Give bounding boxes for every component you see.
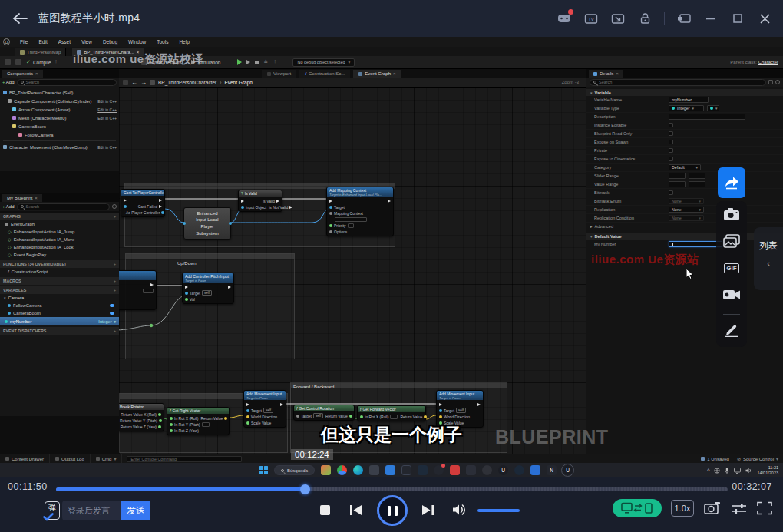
frame-skip-button[interactable] bbox=[246, 60, 250, 64]
replication-dropdown[interactable]: None▾ bbox=[669, 207, 704, 213]
device-cast-toggle[interactable] bbox=[613, 499, 662, 517]
settings-sliders-icon[interactable] bbox=[731, 501, 748, 515]
advanced-expander[interactable]: ▸Advanced bbox=[586, 223, 783, 230]
node-get-control-rotation[interactable]: fGet Control Rotation TargetselfReturn V… bbox=[293, 405, 355, 421]
browse-icon[interactable] bbox=[15, 59, 21, 65]
taskbar-icon-unreal-active[interactable]: U bbox=[563, 465, 573, 475]
tree-row-cameraboom[interactable]: CameraBoom bbox=[0, 122, 119, 131]
myblueprint-add-button[interactable]: + Add bbox=[2, 204, 15, 209]
menu-edit[interactable]: Edit bbox=[33, 39, 52, 45]
variable-mynumber-selected[interactable]: myNumberInteger▾ bbox=[0, 317, 119, 325]
node-get-right-vector[interactable]: fGet Right Vector In Rot X (Roll)Return … bbox=[167, 407, 230, 435]
volume-slider[interactable] bbox=[477, 509, 520, 512]
visibility-eye-icon[interactable] bbox=[110, 304, 114, 307]
container-type-dropdown[interactable]: ▾ bbox=[707, 105, 719, 111]
item-ia-look[interactable]: ◇EnhancedInputAction IA_Look bbox=[0, 243, 119, 251]
maximize-button[interactable] bbox=[730, 11, 745, 26]
mini-player-icon[interactable] bbox=[676, 11, 692, 26]
gear-icon[interactable] bbox=[112, 204, 117, 209]
close-button[interactable] bbox=[757, 11, 772, 26]
value-range-min[interactable] bbox=[669, 181, 686, 187]
next-button[interactable] bbox=[421, 504, 434, 516]
menu-window[interactable]: Window bbox=[123, 39, 151, 45]
variable-type-dropdown[interactable]: Integer▾ bbox=[669, 105, 704, 111]
previous-button[interactable] bbox=[349, 504, 362, 516]
visibility-eye-icon[interactable] bbox=[110, 312, 114, 315]
tab-construction-script[interactable]: fConstruction Sc... bbox=[299, 70, 350, 78]
node-cast-to-playercontroller[interactable]: Cast To PlayerController Cast Failed As … bbox=[121, 189, 165, 217]
item-ia-jump[interactable]: ◇EnhancedInputAction IA_Jump bbox=[0, 228, 119, 236]
node-enhanced-input-subsystem[interactable]: EnhancedInput LocalPlayerSubsystem bbox=[183, 207, 231, 240]
unsaved-status[interactable]: 1 Unsaved bbox=[701, 457, 729, 461]
edit-in-cpp-link[interactable]: Edit in C++ bbox=[97, 116, 117, 121]
display-icon[interactable] bbox=[734, 468, 741, 474]
screen-share-icon[interactable] bbox=[610, 11, 626, 26]
tab-event-graph[interactable]: Event Graph× bbox=[353, 70, 401, 78]
add-dispatcher-icon[interactable]: + bbox=[114, 329, 116, 333]
slider-range-min[interactable] bbox=[669, 173, 686, 179]
section-graphs[interactable]: GRAPHS+ bbox=[0, 213, 119, 220]
add-graph-icon[interactable]: + bbox=[114, 214, 116, 219]
graph-canvas[interactable]: Up/Down Forward / Backward bbox=[119, 88, 586, 454]
taskbar-icon-files[interactable] bbox=[369, 465, 379, 475]
slider-range-max[interactable] bbox=[689, 173, 705, 179]
screenshot-camera-icon[interactable] bbox=[722, 205, 741, 223]
menu-debug[interactable]: Debug bbox=[97, 39, 123, 45]
stop-button[interactable] bbox=[320, 505, 330, 515]
expose-to-cinematics-checkbox[interactable] bbox=[669, 157, 673, 161]
progress-bar[interactable] bbox=[56, 487, 728, 491]
variable-name-field[interactable]: myNumber bbox=[669, 97, 709, 103]
value-range-max[interactable] bbox=[689, 181, 705, 187]
category-dropdown[interactable]: Default▾ bbox=[669, 164, 701, 170]
taskbar-icon-edge[interactable] bbox=[353, 465, 363, 475]
expose-on-spawn-checkbox[interactable] bbox=[669, 140, 673, 144]
tab-viewport[interactable]: Viewport bbox=[262, 70, 296, 78]
tab-details[interactable]: Details× bbox=[589, 70, 623, 78]
send-button[interactable]: 发送 bbox=[121, 501, 150, 520]
node-add-controller-pitch-input[interactable]: Add Controller Pitch InputTarget is Pawn… bbox=[182, 273, 234, 304]
edit-in-cpp-link[interactable]: Edit in C++ bbox=[97, 107, 117, 112]
volume-tray-icon[interactable] bbox=[745, 468, 752, 474]
play-options-icon[interactable]: ⋮ bbox=[273, 59, 278, 65]
tree-row-charmove[interactable]: Character Movement (CharMoveComp)Edit in… bbox=[0, 143, 119, 151]
back-arrow-icon[interactable]: ← bbox=[131, 79, 137, 86]
edit-in-cpp-link[interactable]: Edit in C++ bbox=[97, 99, 117, 104]
content-drawer-button[interactable]: Content Drawer bbox=[0, 454, 50, 463]
video-area[interactable]: U File Edit Asset View Debug Window Tool… bbox=[0, 37, 783, 477]
console-command-input[interactable]: Enter Console Command bbox=[127, 456, 242, 462]
section-variables[interactable]: VARIABLES+ bbox=[0, 286, 119, 294]
item-eventgraph[interactable]: EventGraph bbox=[0, 220, 119, 228]
video-record-icon[interactable] bbox=[722, 286, 741, 304]
grid-view-icon[interactable] bbox=[768, 80, 773, 84]
bookmark-icon[interactable] bbox=[123, 80, 128, 85]
tree-row-arrow[interactable]: Arrow Component (Arrow)Edit in C++ bbox=[0, 105, 119, 114]
tree-row-mesh[interactable]: Mesh (CharacterMesh0)Edit in C++ bbox=[0, 114, 119, 122]
description-field[interactable] bbox=[669, 114, 745, 120]
pause-button[interactable] bbox=[377, 495, 408, 526]
section-variable[interactable]: ▾Variable bbox=[586, 89, 783, 96]
menu-asset[interactable]: Asset bbox=[53, 39, 76, 45]
taskbar-icon-dark-app[interactable] bbox=[466, 465, 476, 475]
taskbar-clock[interactable]: 11:2114/01/2023 bbox=[757, 465, 778, 475]
start-button[interactable] bbox=[259, 466, 268, 474]
components-search-input[interactable]: Search bbox=[17, 79, 117, 86]
taskbar-icon-chrome[interactable] bbox=[337, 465, 347, 475]
bitmask-checkbox[interactable] bbox=[669, 190, 673, 195]
item-beginplay[interactable]: ◇Event BeginPlay bbox=[0, 251, 119, 259]
taskbar-search[interactable]: Búsqueda bbox=[274, 465, 315, 475]
tab-thirdpersonmap[interactable]: ThirdPersonMap bbox=[15, 48, 66, 56]
fullscreen-button[interactable] bbox=[757, 501, 772, 515]
components-add-button[interactable]: + + AddAdd bbox=[2, 80, 15, 84]
myblueprint-search-input[interactable]: Search bbox=[17, 203, 110, 210]
variable-group-camera[interactable]: ▾Camera bbox=[0, 294, 119, 302]
eject-button[interactable]: ≙ bbox=[263, 59, 267, 65]
tab-my-blueprint[interactable]: My Blueprint× bbox=[2, 194, 42, 202]
game-center-icon[interactable] bbox=[557, 11, 572, 26]
playlist-tab[interactable]: 列表 ‹ bbox=[754, 227, 783, 290]
minimize-button[interactable] bbox=[703, 11, 719, 26]
node-get-forward-vector[interactable]: fGet Forward Vector In Rot X (Roll)Retur… bbox=[357, 405, 426, 421]
stop-button-ue[interactable] bbox=[255, 61, 259, 64]
taskbar-icon-media[interactable] bbox=[418, 465, 428, 475]
tree-row-followcamera[interactable]: FollowCamera bbox=[0, 131, 119, 139]
variable-cameraboom[interactable]: CameraBoom bbox=[0, 309, 119, 317]
